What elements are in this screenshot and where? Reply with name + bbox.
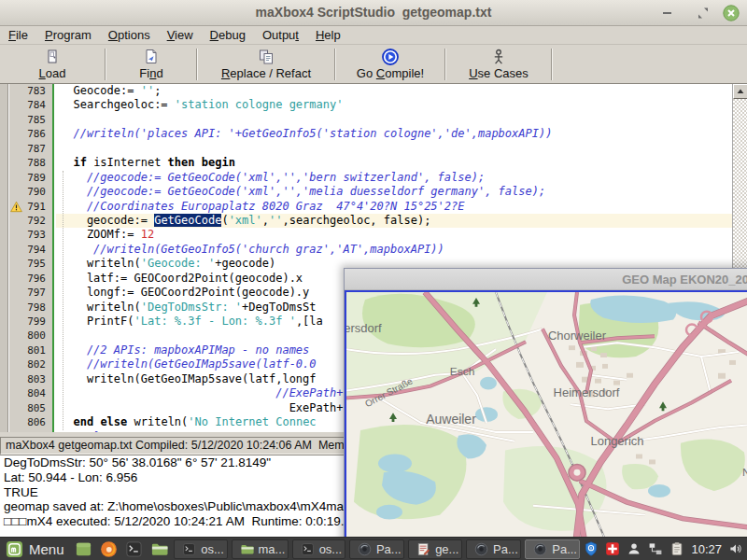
taskbar-window-ma[interactable]: ma... [232, 539, 289, 559]
taskbar: Menuos...ma...os...Pa...ge...Pa...Pa...1… [0, 537, 747, 560]
line-number: 783 [9, 84, 52, 98]
menu-item-output[interactable]: Output [254, 26, 307, 44]
terminal-icon [125, 540, 143, 558]
line-number: 796 [9, 272, 52, 286]
toolbar: LoadFindReplace / RefactGo Compile!Use C… [0, 45, 747, 84]
clipboard-icon[interactable] [669, 541, 684, 556]
files-icon [75, 540, 92, 558]
code-line[interactable]: ZOOMf:= 12 [56, 228, 732, 242]
taskbar-window-label: Pa... [493, 542, 518, 556]
toolbar-button-replace-refact[interactable]: Replace / Refact [198, 45, 334, 83]
code-line[interactable] [56, 113, 732, 127]
restore-button[interactable] [695, 5, 712, 21]
replace-icon [257, 48, 275, 66]
toolbar-separator [551, 49, 553, 80]
compile-icon [381, 48, 400, 66]
launcher-files-icon[interactable] [74, 539, 95, 559]
launcher-folder-icon[interactable] [148, 539, 170, 559]
line-number: 785 [9, 113, 52, 127]
toolbar-button-label: Find [139, 66, 162, 80]
taskbar-window-label: Pa... [376, 542, 402, 556]
code-line[interactable]: //writeln('places API: '+GetGeoInfo5('st… [56, 127, 732, 141]
code-line[interactable]: Geocode:= ''; [56, 84, 732, 98]
map-label-nie: Nie [742, 466, 747, 479]
menu-item-view[interactable]: View [159, 26, 202, 44]
line-number: 805 [9, 401, 52, 415]
taskbar-window-pa[interactable]: Pa... [349, 539, 404, 559]
taskbar-window-label: ge... [435, 542, 458, 556]
code-line[interactable]: //geocode:= GetGeoCode('xml','','bern sw… [56, 171, 732, 185]
taskbar-window-os[interactable]: os... [174, 539, 227, 559]
map-label-esch: Esch [450, 365, 475, 378]
map-label-heimersdorf: Heimersdorf [554, 386, 620, 400]
system-tray: 10:27 [584, 541, 743, 556]
main-titlebar[interactable]: maXbox4 ScriptStudio getgeomap.txt [0, 0, 747, 26]
code-line[interactable]: geocode:= GetGeoCode('xml','',searchgeol… [56, 214, 732, 228]
openstreetmap-view[interactable]: nersdorfChorweilerEschOrrer StraßeHeimer… [346, 292, 747, 557]
menu-item-file[interactable]: File [0, 26, 36, 44]
user-icon[interactable] [627, 541, 641, 556]
toolbar-button-label: Use Cases [469, 66, 529, 80]
firstaid-icon[interactable] [605, 541, 620, 556]
shield-icon[interactable] [584, 541, 599, 556]
toolbar-button-find[interactable]: Find [106, 45, 196, 83]
map-label-nersdorf: nersdorf [346, 321, 382, 335]
toolbar-button-go-compile[interactable]: Go Compile! [336, 45, 444, 83]
line-number: 804 [9, 386, 52, 400]
mint-menu-button[interactable]: Menu [4, 539, 70, 559]
folder-icon [150, 540, 168, 558]
warning-icon [10, 201, 22, 213]
find-icon [142, 48, 161, 66]
launcher-terminal-icon[interactable] [123, 539, 145, 559]
toolbar-button-label: Replace / Refact [221, 66, 311, 80]
line-number: 786 [9, 127, 52, 141]
load-icon [43, 48, 62, 66]
firefox-icon [100, 540, 118, 558]
minimize-button[interactable] [659, 5, 676, 21]
code-line[interactable]: Searchgeoloc:= 'station cologne germany' [56, 98, 732, 112]
map-label-chorweiler: Chorweiler [548, 329, 607, 343]
line-number: 793 [9, 228, 52, 242]
line-number: 787 [9, 142, 52, 156]
clock[interactable]: 10:27 [691, 542, 722, 556]
menu-label: Menu [29, 541, 64, 557]
toolbar-button-label: Load [39, 66, 66, 80]
taskbar-window-label: Pa... [552, 542, 577, 556]
taskbar-window-pa[interactable]: Pa... [525, 539, 580, 559]
map-canvas[interactable]: nersdorfChorweilerEschOrrer StraßeHeimer… [345, 290, 747, 559]
line-number: 789 [9, 171, 52, 185]
map-label-longerich: Longerich [590, 434, 643, 448]
taskbar-window-pa[interactable]: Pa... [466, 539, 521, 559]
line-number: 792 [9, 214, 52, 228]
menu-item-program[interactable]: Program [36, 26, 100, 44]
desktop: maXbox4 ScriptStudio getgeomap.txt FileP… [0, 0, 747, 560]
orb-icon [533, 542, 547, 556]
line-number: 788 [9, 156, 52, 170]
toolbar-button-use-cases[interactable]: Use Cases [446, 45, 551, 83]
code-line[interactable]: //Coordinates Europaplatz 8020 Graz 47°4… [56, 200, 732, 214]
map-window-title[interactable]: GEO Map EKON20_20 [345, 269, 747, 290]
toolbar-button-load[interactable]: Load [0, 45, 105, 83]
editor-left-strip [0, 84, 8, 432]
notepad-icon [416, 542, 430, 556]
taskbar-window-os[interactable]: os... [292, 539, 345, 559]
menu-item-options[interactable]: Options [100, 26, 159, 44]
close-button[interactable] [723, 5, 740, 21]
code-line[interactable]: //geocode:= GetGeoCode('xml','','melia d… [56, 185, 732, 199]
speaker-icon[interactable] [728, 541, 743, 556]
scroll-up-button[interactable] [733, 84, 747, 99]
line-number: 806 [9, 415, 52, 429]
launcher-firefox-icon[interactable] [98, 539, 120, 559]
code-line[interactable] [56, 142, 732, 156]
taskbar-window-ge[interactable]: ge... [408, 539, 462, 559]
selected-token[interactable]: GetGeoCode [154, 214, 221, 227]
menu-item-help[interactable]: Help [307, 26, 349, 44]
geo-map-window[interactable]: GEO Map EKON20_20 [344, 268, 747, 560]
editor-gutter: 7837847857867877887897907917927937947957… [9, 84, 54, 432]
toolbar-button-label: Go Compile! [357, 66, 424, 80]
line-number: 801 [9, 343, 52, 357]
network-icon[interactable] [648, 541, 663, 556]
code-line[interactable]: if isInternet then begin [56, 156, 732, 170]
menu-item-debug[interactable]: Debug [202, 26, 254, 44]
code-line[interactable]: //writeln(GetGeoInfo5('church graz','AT'… [56, 243, 732, 257]
